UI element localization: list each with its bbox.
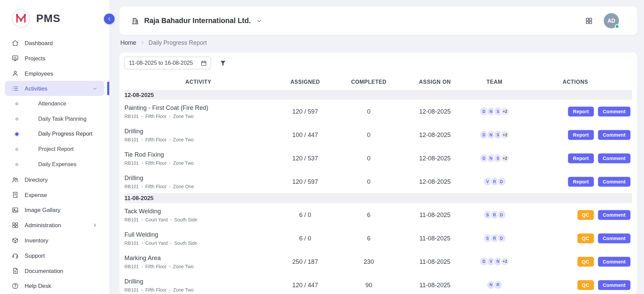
bullet-dot-icon: [15, 148, 19, 151]
comment-button[interactable]: Comment: [598, 153, 630, 163]
sidebar-item-projects[interactable]: Projects: [5, 51, 105, 66]
comment-button[interactable]: Comment: [598, 106, 630, 116]
team-cell: DNS+2: [470, 130, 519, 140]
sidebar-item-dashboard[interactable]: Dashboard: [5, 35, 105, 51]
topbar-right: AD: [585, 13, 619, 28]
sidebar-item-label: Help Desk: [25, 282, 51, 289]
report-button[interactable]: Report: [568, 153, 594, 163]
activity-row: Tie Rod FixingRB101›Fifth Floor›Zone Two…: [125, 146, 632, 170]
team-extra-count[interactable]: +2: [500, 130, 510, 140]
location-segment: Zone Two: [173, 287, 194, 292]
activity-row: DrillingRB101›Fifth Floor›Zone Two100 / …: [125, 123, 632, 146]
activity-cell: Painting - First Coat (Fire Red)RB101›Fi…: [125, 104, 273, 119]
sidebar-subitem-daily-task-planning[interactable]: Daily Task Planning: [0, 111, 109, 126]
chevron-right-icon: ›: [170, 241, 171, 245]
activity-title: Drilling: [125, 277, 273, 285]
comment-button[interactable]: Comment: [598, 177, 630, 187]
chevron-right-icon: ›: [141, 114, 143, 118]
user-avatar[interactable]: AD: [604, 13, 619, 28]
date-range-input[interactable]: 11-08-2025 to 16-08-2025: [125, 57, 211, 70]
support-icon: [12, 252, 19, 259]
company-selector[interactable]: Raja Bahadur International Ltd.: [131, 16, 262, 25]
location-segment: Zone Two: [173, 161, 194, 166]
sidebar-item-activities[interactable]: Activities: [5, 81, 105, 96]
sidebar-item-label: Expense: [25, 191, 47, 198]
column-header-assigned: ASSIGNED: [272, 79, 338, 85]
actions-cell: ReportComment: [519, 153, 632, 163]
sidebar-item-directory[interactable]: Directory: [5, 172, 105, 187]
column-header-actions: ACTIONS: [519, 79, 632, 85]
activities-icon: [12, 85, 19, 92]
sidebar-item-help-desk[interactable]: Help Desk: [5, 278, 105, 293]
report-button[interactable]: Report: [568, 177, 594, 187]
team-avatar-chip[interactable]: D: [497, 177, 506, 186]
location-segment: Fifth Floor: [145, 161, 167, 166]
sidebar-subitem-daily-expenses[interactable]: Daily Expenses: [0, 157, 109, 172]
sidebar-subitem-attendance[interactable]: Attendance: [0, 96, 109, 111]
sidebar-collapse-button[interactable]: [104, 14, 114, 24]
qc-button[interactable]: QC: [577, 280, 594, 290]
sidebar-item-label: Documentation: [25, 267, 63, 274]
activity-cell: DrillingRB101›Fifth Floor›Zone Two: [125, 277, 273, 292]
actions-cell: QCComment: [519, 257, 632, 267]
report-button[interactable]: Report: [568, 130, 594, 140]
apps-grid-icon[interactable]: [585, 17, 593, 25]
sidebar-subitem-project-report[interactable]: Project Report: [0, 141, 109, 157]
qc-button[interactable]: QC: [577, 257, 594, 267]
documentation-icon: [12, 267, 19, 274]
chevron-right-icon: ›: [141, 241, 143, 245]
sidebar-item-expense[interactable]: Expense: [5, 187, 105, 202]
chevron-down-icon: [256, 17, 262, 24]
app-root: PMS DashboardProjectsEmployeesActivities…: [0, 0, 644, 294]
assigned-value: 120 / 447: [272, 281, 338, 289]
sidebar-item-support[interactable]: Support: [5, 248, 105, 263]
sidebar-item-label: Administration: [25, 222, 61, 228]
avatar-initials: AD: [607, 18, 615, 24]
sidebar-subitem-daily-progress-report[interactable]: Daily Progress Report: [0, 126, 109, 142]
chevron-right-icon: ›: [141, 161, 143, 165]
team-avatar-chip[interactable]: D: [497, 210, 506, 219]
sidebar-item-employees[interactable]: Employees: [5, 66, 105, 81]
report-button[interactable]: Report: [568, 106, 594, 116]
comment-button[interactable]: Comment: [598, 210, 630, 220]
helpdesk-icon: [12, 282, 19, 290]
completed-value: 0: [338, 108, 400, 115]
comment-button[interactable]: Comment: [598, 130, 630, 140]
completed-value: 230: [338, 258, 400, 265]
completed-value: 0: [338, 178, 400, 185]
comment-button[interactable]: Comment: [598, 257, 630, 267]
filter-icon[interactable]: [219, 59, 227, 67]
team-avatar-chip[interactable]: D: [497, 233, 506, 243]
sidebar-item-administration[interactable]: Administration: [5, 217, 105, 233]
team-extra-count[interactable]: +2: [500, 257, 510, 266]
column-header-assign-on: ASSIGN ON: [400, 79, 470, 85]
location-segment: RB101: [125, 287, 139, 292]
completed-value: 0: [338, 155, 400, 162]
team-extra-count[interactable]: +2: [500, 107, 510, 116]
team-avatar-chip[interactable]: R: [493, 280, 503, 290]
location-segment: Fifth Floor: [145, 287, 167, 292]
sidebar-item-inventory[interactable]: Inventory: [5, 233, 105, 248]
comment-button[interactable]: Comment: [598, 280, 630, 290]
bullet-dot-icon: [15, 132, 19, 136]
breadcrumb-home[interactable]: Home: [120, 39, 136, 46]
qc-button[interactable]: QC: [577, 233, 594, 243]
chevron-down-icon: [92, 85, 98, 91]
completed-value: 6: [338, 235, 400, 242]
assign-on-date: 12-08-2025: [400, 155, 470, 162]
qc-button[interactable]: QC: [577, 210, 594, 220]
location-segment: RB101: [125, 114, 139, 119]
inventory-icon: [12, 236, 19, 244]
chevron-right-icon: ›: [170, 217, 171, 222]
table-body: 12-08-2025Painting - First Coat (Fire Re…: [125, 90, 632, 294]
team-extra-count[interactable]: +2: [500, 153, 510, 163]
chevron-right-icon: [140, 40, 145, 45]
actions-cell: ReportComment: [519, 177, 632, 187]
sidebar-item-image-gallary[interactable]: Image Gallary: [5, 202, 105, 217]
projects-icon: [12, 54, 19, 62]
sidebar-item-documentation[interactable]: Documentation: [5, 263, 105, 278]
comment-button[interactable]: Comment: [598, 233, 630, 243]
assigned-value: 120 / 537: [272, 155, 338, 162]
date-range-value: 11-08-2025 to 16-08-2025: [129, 60, 193, 66]
directory-icon: [12, 176, 19, 183]
